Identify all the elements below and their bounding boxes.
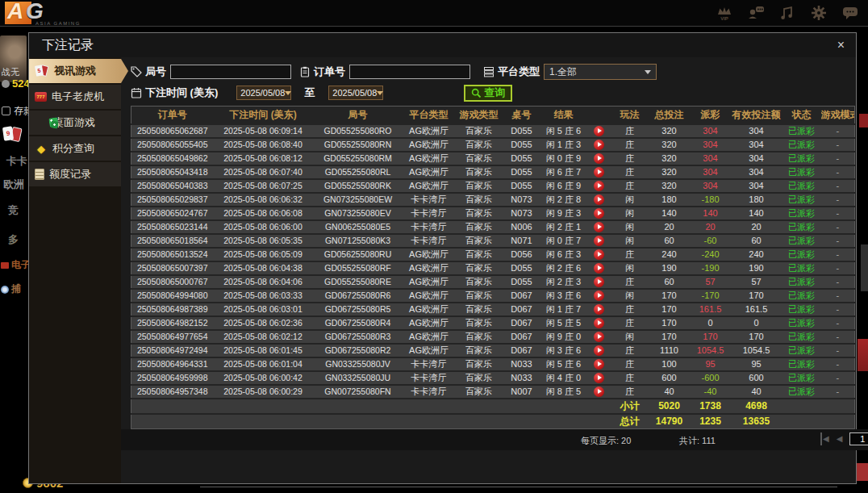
- cell-status: 已派彩: [782, 124, 821, 138]
- cell-platform: 卡卡湾厅: [403, 371, 455, 385]
- order-number-input[interactable]: [349, 65, 470, 79]
- cell-time: 2025-05-08 06:01:45: [214, 344, 313, 357]
- cell-payout: 304: [691, 138, 731, 152]
- cell-bet: 60: [649, 275, 691, 289]
- cell-mode: -: [821, 344, 855, 357]
- cell-round: GD055255080RL: [313, 165, 403, 179]
- cell-status: 已派彩: [782, 179, 821, 193]
- cell-bet: 140: [649, 207, 691, 220]
- replay-video-button[interactable]: [594, 332, 604, 342]
- cell-time: 2025-05-08 06:02:12: [214, 330, 313, 344]
- table-row: 2505080650007672025-05-08 06:04:06GD0552…: [131, 275, 855, 289]
- modal-titlebar: 下注记录 ×: [29, 33, 856, 57]
- clipboard-icon: [299, 66, 311, 77]
- sidebar-item-table-games[interactable]: 桌面游戏: [29, 111, 121, 135]
- video-cards-icon: 5: [35, 65, 49, 78]
- cell-time: 2025-05-08 06:03:01: [214, 303, 313, 316]
- topbar: A G ASIA GAMING VIP: [0, 0, 868, 27]
- sidebar-item-points[interactable]: ◆ 积分查询: [29, 136, 121, 161]
- background-nav-bu[interactable]: 捕: [1, 282, 21, 296]
- prev-page-icon[interactable]: ◀: [837, 432, 843, 445]
- chat-icon[interactable]: [841, 3, 860, 23]
- ag-logo[interactable]: A G ASIA GAMING: [5, 0, 102, 27]
- cell-status: 已派彩: [782, 330, 821, 344]
- table-row: 2505080650298372025-05-08 06:06:32GN0732…: [131, 193, 855, 207]
- replay-video-button[interactable]: [594, 153, 604, 164]
- cell-play: 闲: [611, 234, 649, 248]
- cell-mode: -: [821, 357, 855, 371]
- close-icon[interactable]: ×: [837, 39, 845, 52]
- cell-table: D067: [503, 289, 540, 303]
- replay-video-button[interactable]: [594, 126, 604, 136]
- logo-subtitle: ASIA GAMING: [35, 21, 81, 26]
- replay-video-button[interactable]: [594, 359, 604, 370]
- replay-video-button[interactable]: [594, 290, 604, 301]
- replay-video-button[interactable]: [594, 208, 604, 219]
- cell-platform: AG欧洲厅: [403, 248, 455, 261]
- cell-game: 百家乐: [455, 248, 503, 261]
- replay-video-button[interactable]: [594, 318, 604, 328]
- background-nav-europe[interactable]: 欧洲: [3, 178, 24, 192]
- date-to-label: 至: [304, 86, 315, 100]
- column-header: 结果: [540, 107, 587, 124]
- column-header: 下注时间 (美东): [214, 107, 313, 124]
- replay-video-button[interactable]: [594, 181, 604, 191]
- vip-icon[interactable]: VIP: [715, 3, 734, 23]
- replay-video-button[interactable]: [594, 386, 604, 397]
- sidebar-item-video-games[interactable]: 5 视讯游戏: [29, 59, 121, 83]
- cell-mode: -: [821, 385, 855, 399]
- cell-status: 已派彩: [782, 261, 821, 275]
- cell-result: 闲 2 庄 6: [540, 261, 587, 275]
- cell-platform: AG欧洲厅: [403, 124, 455, 138]
- replay-video-button[interactable]: [594, 249, 604, 260]
- search-button[interactable]: 查询: [464, 85, 512, 102]
- replay-video-button[interactable]: [594, 140, 604, 150]
- cell-game: 百家乐: [455, 289, 503, 303]
- replay-video-button[interactable]: [594, 277, 604, 287]
- cell-mode: -: [821, 289, 855, 303]
- replay-video-button[interactable]: [594, 236, 604, 246]
- music-icon[interactable]: [778, 3, 797, 23]
- cell-payout: 20: [691, 220, 731, 234]
- background-nav-dianzi[interactable]: 电子: [1, 258, 31, 272]
- cell-bet: 320: [649, 124, 691, 138]
- replay-video-button[interactable]: [594, 222, 604, 232]
- cell-result: 闲 6 庄 3: [540, 248, 587, 261]
- first-page-icon[interactable]: ◀: [820, 432, 829, 445]
- background-nav-duo[interactable]: 多: [8, 232, 19, 247]
- customer-service-icon[interactable]: [746, 3, 766, 23]
- cell-game: 百家乐: [455, 316, 503, 330]
- replay-video-button[interactable]: [594, 194, 604, 205]
- background-nav-jing[interactable]: 竞: [8, 203, 19, 218]
- page-number-input[interactable]: [849, 432, 868, 445]
- order-number-label: 订单号: [314, 65, 345, 79]
- sidebar-item-credit-records[interactable]: 额度记录: [29, 162, 121, 186]
- background-nav-kaka[interactable]: 卡卡: [6, 154, 27, 169]
- cell-game: 百家乐: [455, 303, 503, 316]
- replay-video-button[interactable]: [594, 373, 604, 383]
- cell-time: 2025-05-08 06:06:08: [214, 207, 313, 220]
- replay-video-button[interactable]: [594, 345, 604, 356]
- sidebar-item-slots[interactable]: 777 电子老虎机: [29, 85, 121, 109]
- date-to-select[interactable]: 2025/05/08: [328, 86, 383, 100]
- table-row: 2505080650073972025-05-08 06:04:38GD0552…: [131, 261, 855, 275]
- cell-mode: -: [821, 220, 855, 234]
- platform-type-select[interactable]: 1.全部: [544, 64, 657, 80]
- replay-video-button[interactable]: [594, 304, 604, 315]
- date-from-select[interactable]: 2025/05/08: [236, 86, 291, 100]
- cell-result: 闲 1 庄 3: [540, 138, 587, 152]
- cell-game: 百家乐: [455, 330, 503, 344]
- settings-gear-icon[interactable]: [809, 3, 828, 23]
- cell-round: GD056255080RU: [313, 248, 403, 261]
- column-header: 有效投注额: [731, 107, 782, 124]
- round-number-input[interactable]: [170, 65, 291, 79]
- replay-video-button[interactable]: [594, 167, 604, 178]
- cell-payout: 304: [691, 124, 731, 138]
- cell-round: GD067255080R6: [313, 289, 403, 303]
- replay-video-button[interactable]: [594, 263, 604, 274]
- cell-table: D055: [503, 275, 540, 289]
- cell-order: 250508064982152: [131, 316, 214, 330]
- cell-order: 250508065029837: [131, 193, 214, 207]
- logo-letter-a: A: [7, 0, 23, 24]
- cell-payout: -40: [691, 385, 731, 399]
